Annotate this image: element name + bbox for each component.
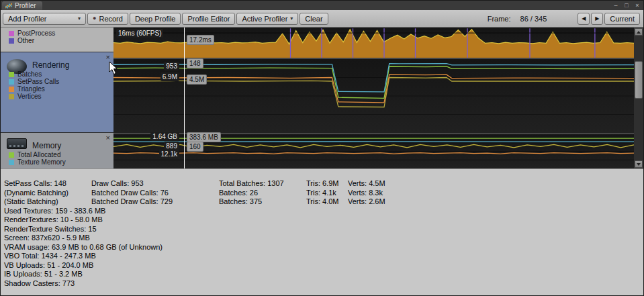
batches-value-badge: 953 — [164, 62, 179, 70]
triangles-value-badge: 6.9M — [160, 72, 179, 81]
next-frame-icon: ▶ — [595, 15, 599, 21]
scroll-up-button[interactable] — [635, 28, 643, 36]
record-label: Record — [99, 15, 122, 23]
cpu-scale-badge: 16ms (60FPS) — [116, 29, 163, 38]
legend-item: Vertices — [9, 93, 59, 100]
chevron-down-icon: ▾ — [290, 15, 293, 21]
deep-profile-button[interactable]: Deep Profile — [130, 13, 181, 25]
stats-row: (Static Batching) Batched Draw Calls: 72… — [4, 197, 643, 207]
current-frame-line[interactable] — [184, 28, 185, 168]
stat-line: VB Uploads: 51 - 204.0 MB — [4, 261, 643, 270]
frame-counter: Frame: 86 / 345 — [488, 15, 547, 23]
legend-label: Vertices — [17, 93, 42, 100]
chart-scrollbar[interactable] — [634, 28, 643, 168]
scrollbar-thumb[interactable] — [635, 61, 643, 99]
prev-frame-button[interactable]: ◀ — [578, 13, 590, 25]
legend-item: Other — [9, 37, 55, 44]
triangle-up-icon — [637, 31, 641, 34]
stat-line: Used Textures: 159 - 383.6 MB — [4, 207, 643, 216]
legend-item: SetPass Calls — [9, 78, 59, 85]
legend-swatch — [9, 87, 14, 92]
legend-swatch — [9, 160, 14, 165]
stat-cell: Verts: 8.3k — [348, 189, 643, 198]
add-profiler-dropdown[interactable]: Add Profiler ▾ — [3, 13, 86, 25]
legend-label: Other — [17, 37, 34, 44]
legend-swatch — [9, 38, 14, 44]
module-gpu-usage[interactable]: PostProcess Other — [1, 28, 113, 52]
rendering-chart[interactable] — [113, 59, 634, 133]
legend-swatch — [9, 94, 14, 99]
legend-label: SetPass Calls — [17, 78, 59, 85]
stat-cell: Draw Calls: 953 — [91, 179, 219, 189]
deep-profile-label: Deep Profile — [135, 15, 176, 23]
minimize-icon[interactable]: ‒ — [612, 3, 619, 9]
close-icon[interactable]: × — [634, 3, 641, 9]
memory-legend: Total Allocated Texture Memory — [9, 151, 66, 166]
prev-frame-icon: ◀ — [582, 15, 586, 21]
legend-swatch — [9, 79, 14, 85]
legend-item: Total Allocated — [9, 151, 66, 158]
legend-label: Triangles — [17, 85, 45, 93]
tab-profiler[interactable]: Profiler — [2, 1, 42, 10]
stat-line: Screen: 837x620 - 5.9 MB — [4, 234, 643, 243]
legend-label: PostProcess — [17, 30, 55, 37]
active-profiler-label: Active Profiler — [242, 15, 287, 23]
profiler-icon — [5, 3, 12, 9]
total-allocated-badge: 1.64 GB — [150, 132, 179, 141]
window-controls: ‒ □ × — [612, 1, 641, 10]
profile-editor-label: Profile Editor — [187, 15, 230, 23]
clear-label: Clear — [305, 15, 322, 23]
legend-item: Triangles — [9, 85, 59, 93]
stat-cell: Total Batches: 1307 — [219, 179, 306, 189]
stat-cell: Batches: 26 — [219, 189, 306, 198]
memory-module-icon — [7, 138, 27, 149]
texture-memory-badge: 383.6 MB — [187, 132, 221, 142]
legend-item: PostProcess — [9, 30, 55, 37]
active-profiler-dropdown[interactable]: Active Profiler ▾ — [236, 13, 298, 25]
rendering-chart-section[interactable] — [113, 59, 634, 134]
legend-swatch — [9, 31, 14, 36]
profile-editor-button[interactable]: Profile Editor — [182, 13, 235, 25]
stat-cell: Verts: 4.5M — [348, 179, 643, 189]
title-bar: Profiler ‒ □ × — [1, 1, 643, 10]
maximize-icon[interactable]: □ — [623, 3, 630, 9]
profiler-window: Profiler ‒ □ × Add Profiler ▾ ● Record D… — [0, 0, 644, 296]
next-frame-button[interactable]: ▶ — [591, 13, 603, 25]
close-module-icon[interactable]: × — [106, 54, 110, 61]
frame-value: 86 / 345 — [520, 15, 547, 23]
close-module-icon[interactable]: × — [106, 134, 110, 142]
current-frame-button[interactable]: Current — [604, 13, 640, 25]
scroll-down-button[interactable] — [635, 160, 643, 168]
module-list: PostProcess Other × Rendering Batches — [1, 28, 113, 168]
toolbar: Add Profiler ▾ ● Record Deep Profile Pro… — [1, 10, 643, 28]
legend-item: Texture Memory — [9, 158, 66, 166]
gpu-legend: PostProcess Other — [9, 30, 55, 44]
stat-cell: Tris: 4.0M — [306, 197, 348, 207]
stat-cell: Tris: 4.1k — [306, 189, 348, 198]
record-button[interactable]: ● Record — [87, 13, 128, 25]
clear-button[interactable]: Clear — [300, 13, 328, 25]
stat-line: RenderTextures: 10 - 58.0 MB — [4, 215, 643, 225]
stats-panel: SetPass Calls: 148 Draw Calls: 953 Total… — [1, 168, 643, 296]
stat-line: IB Uploads: 51 - 3.2 MB — [4, 270, 643, 279]
memory-value-badge: 160 — [187, 142, 203, 152]
legend-item: Batches — [9, 70, 59, 78]
stat-line: RenderTexture Switches: 15 — [4, 225, 643, 234]
module-memory[interactable]: × Memory Total Allocated Texture Memory — [1, 133, 113, 168]
cpu-selected-badge: 17.2ms — [187, 35, 214, 45]
stat-line: VBO Total: 1434 - 247.3 MB — [4, 252, 643, 261]
setpass-value-badge: 148 — [187, 58, 203, 68]
legend-label: Batches — [17, 70, 42, 78]
legend-swatch — [9, 152, 14, 158]
vertices-value-badge: 4.5M — [187, 75, 207, 85]
add-profiler-label: Add Profiler — [8, 15, 46, 23]
tab-title: Profiler — [15, 2, 36, 9]
frame-label: Frame: — [488, 15, 511, 23]
stat-cell: SetPass Calls: 148 — [4, 179, 91, 189]
stat-cell: Batched Draw Calls: 76 — [91, 189, 219, 198]
legend-swatch — [9, 72, 14, 77]
record-icon: ● — [93, 15, 96, 21]
module-title: Rendering — [32, 60, 69, 70]
module-rendering[interactable]: × Rendering Batches SetPass Calls Triang… — [1, 52, 113, 133]
stat-cell: (Static Batching) — [4, 197, 91, 207]
